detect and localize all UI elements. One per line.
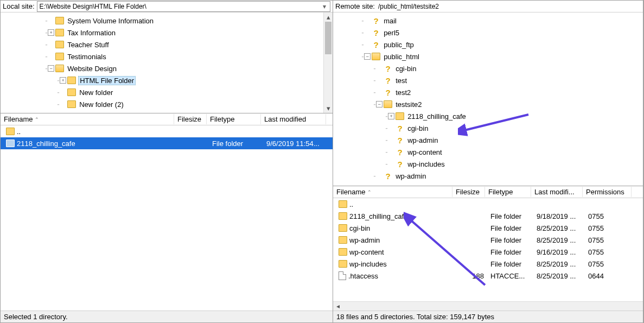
- tree-item[interactable]: ····?wp-includes: [333, 158, 643, 170]
- unknown-icon: ?: [384, 76, 392, 85]
- tree-item[interactable]: ····New folder: [1, 86, 333, 98]
- collapse-icon[interactable]: −: [364, 53, 371, 60]
- list-cell: 0644: [585, 272, 634, 280]
- col-filename[interactable]: Filename⌃: [333, 187, 452, 197]
- col-filetype[interactable]: Filetype: [207, 114, 261, 124]
- list-cell: 9/16/2019 ...: [533, 248, 585, 256]
- tree-item-label: public_ftp: [382, 41, 415, 49]
- tree-item[interactable]: ····+2118_chilling_cafe: [333, 110, 643, 122]
- tree-item-label: 2118_chilling_cafe: [406, 112, 467, 121]
- folder-icon: [339, 236, 347, 244]
- scroll-thumb[interactable]: [325, 22, 331, 54]
- local-tree[interactable]: ▴ ▾ ····System Volume Information····+Ta…: [1, 12, 333, 113]
- scroll-left-icon[interactable]: ◂: [333, 302, 342, 311]
- tree-item[interactable]: ····?wp-admin: [333, 134, 643, 146]
- local-site-row: Local site: ▾: [1, 1, 333, 12]
- scrollbar-vertical[interactable]: ▴ ▾: [323, 12, 333, 113]
- local-path-input[interactable]: [39, 3, 320, 10]
- tree-item[interactable]: ····?mail: [333, 15, 643, 27]
- unknown-icon: ?: [372, 28, 380, 37]
- tree-item[interactable]: ····+HTML File Folder: [1, 74, 333, 86]
- tree-item[interactable]: ····Testimonials: [1, 50, 333, 62]
- list-item[interactable]: 2118_chilling_cafeFile folder9/6/2019 11…: [1, 137, 333, 149]
- list-item-name: wp-admin: [349, 236, 380, 244]
- tree-item[interactable]: ····?cgi-bin: [333, 122, 643, 134]
- col-permissions[interactable]: Permissions: [583, 187, 632, 197]
- tree-item[interactable]: ····System Volume Information: [1, 15, 333, 27]
- list-item-name: wp-includes: [349, 260, 387, 268]
- tree-item[interactable]: ····−public_html: [333, 50, 643, 62]
- chevron-down-icon[interactable]: ▾: [320, 2, 329, 11]
- unknown-icon: ?: [396, 160, 404, 168]
- folder-icon: [55, 41, 64, 48]
- tree-item-label: Testimonials: [66, 53, 107, 61]
- unknown-icon: ?: [384, 64, 392, 73]
- tree-item-label: mail: [382, 17, 398, 25]
- unknown-icon: ?: [396, 148, 404, 156]
- list-item[interactable]: 2118_chilling_cafeFile folder9/18/2019 .…: [333, 210, 643, 222]
- tree-item[interactable]: ····New folder (2): [1, 98, 333, 110]
- folder-icon: [67, 77, 76, 84]
- tree-item-label: wp-includes: [406, 160, 446, 168]
- list-item-name: ..: [17, 128, 21, 136]
- folder-icon: [396, 112, 404, 120]
- remote-list[interactable]: ..2118_chilling_cafeFile folder9/18/2019…: [333, 198, 643, 301]
- tree-item-label: cgi-bin: [406, 124, 429, 132]
- list-item[interactable]: wp-contentFile folder9/16/2019 ...0755: [333, 246, 643, 258]
- col-filesize[interactable]: Filesize: [452, 187, 485, 197]
- sort-asc-icon: ⌃: [367, 189, 372, 195]
- list-item[interactable]: ..: [1, 125, 333, 137]
- list-item-name: cgi-bin: [349, 224, 370, 232]
- tree-item[interactable]: ····+Tax Information: [1, 27, 333, 39]
- tree-item-label: wp-content: [406, 148, 443, 156]
- list-item[interactable]: cgi-binFile folder8/25/2019 ...0755: [333, 222, 643, 234]
- list-cell: File folder: [487, 260, 533, 268]
- local-site-label: Local site:: [3, 2, 35, 10]
- folder-icon: [339, 248, 347, 256]
- list-cell: 8/25/2019 ...: [533, 224, 585, 232]
- tree-item[interactable]: ····?wp-content: [333, 146, 643, 158]
- expand-icon[interactable]: +: [48, 29, 54, 36]
- folder-icon: [55, 53, 64, 60]
- scroll-down-icon[interactable]: ▾: [324, 104, 333, 113]
- scroll-up-icon[interactable]: ▴: [324, 12, 333, 22]
- collapse-icon[interactable]: −: [48, 65, 54, 72]
- tree-item[interactable]: ····?perl5: [333, 27, 643, 39]
- tree-item[interactable]: ····?public_ftp: [333, 39, 643, 50]
- remote-tree[interactable]: ····?mail····?perl5····?public_ftp····−p…: [333, 12, 643, 186]
- list-cell: 0755: [585, 260, 634, 268]
- tree-item[interactable]: ····?test: [333, 74, 643, 86]
- list-item-name: 2118_chilling_cafe: [349, 212, 408, 220]
- list-item[interactable]: ..: [333, 198, 643, 210]
- list-item[interactable]: wp-adminFile folder8/25/2019 ...0755: [333, 234, 643, 246]
- col-lastmodified[interactable]: Last modifi...: [531, 187, 583, 197]
- remote-pane: Remote site: ····?mail····?perl5····?pub…: [333, 1, 643, 322]
- col-filetype[interactable]: Filetype: [485, 187, 531, 197]
- collapse-icon[interactable]: −: [376, 101, 382, 107]
- tree-item[interactable]: ····?test2: [333, 86, 643, 98]
- remote-list-header: Filename⌃ Filesize Filetype Last modifi.…: [333, 186, 643, 198]
- col-lastmodified[interactable]: Last modified: [261, 114, 326, 124]
- local-path-combobox[interactable]: ▾: [37, 1, 330, 12]
- tree-item[interactable]: ····−testsite2: [333, 98, 643, 110]
- tree-item-label: cgi-bin: [394, 65, 417, 73]
- col-filesize[interactable]: Filesize: [174, 114, 207, 124]
- list-item[interactable]: .htaccess188HTACCE...8/25/2019 ...0644: [333, 270, 643, 282]
- col-filename[interactable]: Filename⌃: [1, 114, 174, 124]
- list-cell: 9/6/2019 11:54...: [263, 140, 328, 148]
- remote-path-input[interactable]: [377, 3, 641, 10]
- local-list[interactable]: ..2118_chilling_cafeFile folder9/6/2019 …: [1, 125, 333, 311]
- expand-icon[interactable]: +: [60, 77, 66, 84]
- tree-item[interactable]: ····−Website Design: [1, 62, 333, 74]
- expand-icon[interactable]: +: [388, 113, 394, 119]
- tree-item[interactable]: ····Teacher Stuff: [1, 39, 333, 50]
- unknown-icon: ?: [372, 16, 380, 25]
- list-cell: File folder: [209, 140, 263, 148]
- scrollbar-horizontal[interactable]: ◂: [333, 301, 643, 311]
- folder-icon: [384, 100, 392, 108]
- tree-item[interactable]: ····?wp-admin: [333, 170, 643, 182]
- list-item[interactable]: wp-includesFile folder8/25/2019 ...0755: [333, 258, 643, 270]
- list-item-name: .htaccess: [348, 272, 378, 280]
- list-cell: 188: [455, 272, 487, 280]
- tree-item[interactable]: ····?cgi-bin: [333, 62, 643, 74]
